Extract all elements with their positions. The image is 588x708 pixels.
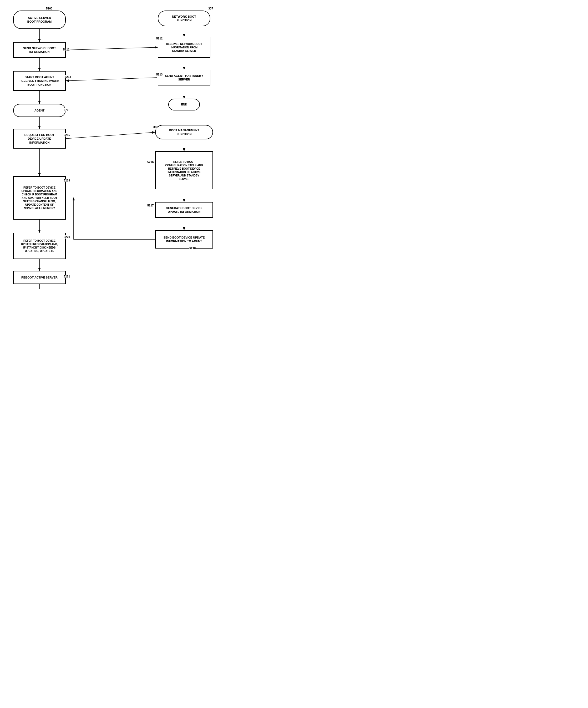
label-5216: 5216 <box>147 160 153 164</box>
agent-node: AGENT <box>13 104 66 117</box>
label-5213: 5213 <box>156 73 163 76</box>
refer-boot-config-node: REFER TO BOOT CONFIGURATION TABLE AND RE… <box>155 151 213 189</box>
svg-line-15 <box>66 47 157 50</box>
label-308: 308 <box>153 125 158 128</box>
receiver-network-node: RECEIVER NETWORK BOOT INFORMATION FROM S… <box>158 37 210 58</box>
label-5218: 5218 <box>189 247 196 250</box>
label-5219: 5219 <box>64 179 70 182</box>
label-5220: 5220 <box>64 235 70 239</box>
label-5211: 5211 <box>63 48 69 51</box>
refer-boot-device-check-node: REFER TO BOOT DEVICE UPDATE INFORMATION … <box>13 176 66 219</box>
label-370: 370 <box>64 108 68 112</box>
label-5212: 5212 <box>156 37 163 40</box>
send-agent-standby-node: SEND AGENT TO STANDBY SERVER <box>158 70 210 86</box>
active-server-boot-node: ACTIVE SERVER BOOT PROGRAM <box>13 10 66 29</box>
start-boot-agent-node: START BOOT AGENT RECEIVED FROM NETWORK B… <box>13 71 66 91</box>
generate-boot-device-node: GENERATE BOOT DEVICE UPDATE INFORMATION <box>155 202 213 218</box>
request-boot-device-node: REQUEST FOR BOOT DEVICE UPDATE INFORMATI… <box>13 129 66 149</box>
end-right-top-node: END <box>168 99 200 111</box>
send-network-boot-node: SEND NETWORK BOOT INFORMATION <box>13 42 66 58</box>
network-boot-func-node: NETWORK BOOT FUNCTION <box>158 10 210 26</box>
refer-boot-device-standby-node: REFER TO BOOT DEVICE UPDATE INFORMATION … <box>13 233 66 259</box>
svg-line-16 <box>66 78 157 81</box>
send-boot-device-agent-node: SEND BOOT DEVICE UPDATE INFORMATION TO A… <box>155 230 213 248</box>
reboot-active-node: REBOOT ACTIVE SERVER <box>13 271 66 284</box>
label-5214: 5214 <box>65 75 71 78</box>
svg-line-17 <box>66 132 155 139</box>
label-5217: 5217 <box>147 204 153 207</box>
boot-mgmt-func-node: BOOT MANAGEMENT FUNCTION <box>155 125 213 139</box>
label-5200: 5200 <box>46 7 52 10</box>
label-5215: 5215 <box>64 134 70 137</box>
flowchart: ACTIVE SERVER BOOT PROGRAM 5200 SEND NET… <box>5 5 231 289</box>
label-307: 307 <box>208 7 213 10</box>
label-5221: 5221 <box>64 275 70 278</box>
